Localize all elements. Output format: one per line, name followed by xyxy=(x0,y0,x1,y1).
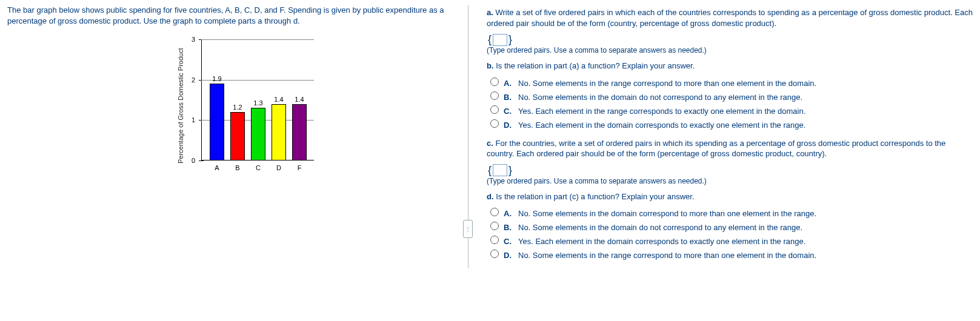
x-category-label: D xyxy=(276,164,281,171)
question-d-text: Is the relation in part (c) a function? … xyxy=(494,192,695,201)
option-b-D[interactable]: D.Yes. Each element in the domain corres… xyxy=(490,118,973,130)
option-d-B[interactable]: B.No. Some elements in the domain do not… xyxy=(490,220,973,232)
bar-value-label: 1.4 xyxy=(274,96,283,103)
answer-a-row: { } xyxy=(487,33,973,46)
x-category-label: C xyxy=(256,164,261,171)
answer-c-input[interactable] xyxy=(493,164,507,176)
x-category-label: A xyxy=(215,164,219,171)
option-text: No. Some elements in the domain correspo… xyxy=(518,209,816,218)
option-letter: D. xyxy=(504,121,515,130)
question-c-text: For the countries, write a set of ordere… xyxy=(487,139,945,159)
question-d-letter: d. xyxy=(487,192,494,201)
bar-D xyxy=(272,104,286,160)
ytick-label: 2 xyxy=(192,76,195,84)
radio-icon[interactable] xyxy=(490,91,499,100)
radio-icon[interactable] xyxy=(490,78,499,86)
ytick-label: 0 xyxy=(192,157,195,164)
x-category-label: F xyxy=(298,164,302,171)
option-b-A[interactable]: A.No. Some elements in the range corresp… xyxy=(490,76,973,88)
question-b-text: Is the relation in part (a) a function? … xyxy=(494,61,695,70)
answer-c-row: { } xyxy=(487,164,973,177)
ytick-label: 1 xyxy=(192,116,195,124)
option-text: Yes. Each element in the domain correspo… xyxy=(518,237,805,246)
bar-F xyxy=(292,104,307,160)
option-b-B[interactable]: B.No. Some elements in the domain do not… xyxy=(490,90,973,102)
option-letter: D. xyxy=(504,251,515,260)
intro-text: The bar graph below shows public spendin… xyxy=(7,5,456,26)
radio-icon[interactable] xyxy=(490,236,499,244)
option-d-D[interactable]: D.No. Some elements in the range corresp… xyxy=(490,248,973,260)
radio-icon[interactable] xyxy=(490,250,499,258)
answer-a-input[interactable] xyxy=(493,34,507,46)
option-text: No. Some elements in the domain do not c… xyxy=(518,93,802,102)
options-d: A.No. Some elements in the domain corres… xyxy=(490,207,973,260)
x-category-label: B xyxy=(235,164,239,171)
bar-B xyxy=(230,112,245,160)
radio-icon[interactable] xyxy=(490,105,499,114)
y-axis-label: Percentage of Gross Domestic Product xyxy=(177,39,184,173)
option-letter: A. xyxy=(504,79,515,88)
bar-value-label: 1.4 xyxy=(295,96,304,103)
bar-value-label: 1.2 xyxy=(233,104,242,111)
question-d: d. Is the relation in part (c) a functio… xyxy=(487,191,973,202)
question-a: a. Write a set of five ordered pairs in … xyxy=(487,7,973,28)
radio-icon[interactable] xyxy=(490,119,499,128)
bar-value-label: 1.3 xyxy=(253,99,262,107)
option-b-C[interactable]: C.Yes. Each element in the range corresp… xyxy=(490,104,973,116)
bar-chart: 01231.9A1.2B1.3C1.4D1.4F xyxy=(187,39,320,173)
option-d-C[interactable]: C.Yes. Each element in the domain corres… xyxy=(490,234,973,246)
option-text: Yes. Each element in the domain correspo… xyxy=(518,121,805,130)
option-text: No. Some elements in the range correspon… xyxy=(518,251,816,260)
question-c-letter: c. xyxy=(487,139,493,148)
radio-icon[interactable] xyxy=(490,208,499,216)
option-text: Yes. Each element in the range correspon… xyxy=(518,107,805,116)
hint-c: (Type ordered pairs. Use a comma to sepa… xyxy=(487,177,973,185)
option-letter: B. xyxy=(504,93,515,102)
question-b-letter: b. xyxy=(487,61,494,70)
brace-right-a: } xyxy=(508,33,512,46)
hint-a: (Type ordered pairs. Use a comma to sepa… xyxy=(487,46,973,55)
brace-left-a: { xyxy=(488,33,492,46)
ytick-label: 3 xyxy=(192,36,195,43)
options-b: A.No. Some elements in the range corresp… xyxy=(490,76,973,130)
bar-value-label: 1.9 xyxy=(212,75,221,82)
option-letter: B. xyxy=(504,223,515,232)
option-d-A[interactable]: A.No. Some elements in the domain corres… xyxy=(490,207,973,218)
question-a-letter: a. xyxy=(487,8,493,17)
left-pane: The bar graph below shows public spendin… xyxy=(7,5,468,268)
right-pane: ⋮ a. Write a set of five ordered pairs i… xyxy=(468,5,973,268)
option-text: No. Some elements in the domain do not c… xyxy=(518,223,802,232)
brace-left-c: { xyxy=(488,164,492,177)
option-text: No. Some elements in the range correspon… xyxy=(518,79,816,88)
radio-icon[interactable] xyxy=(490,222,499,230)
brace-right-c: } xyxy=(508,164,512,177)
option-letter: A. xyxy=(504,209,515,218)
question-b: b. Is the relation in part (a) a functio… xyxy=(487,61,973,71)
bar-A xyxy=(210,84,224,160)
bar-C xyxy=(251,108,265,160)
question-c: c. For the countries, write a set of ord… xyxy=(487,138,973,159)
option-letter: C. xyxy=(504,237,515,246)
option-letter: C. xyxy=(504,107,515,116)
pane-expander-icon[interactable]: ⋮ xyxy=(463,220,473,238)
chart-container: Percentage of Gross Domestic Product 012… xyxy=(177,39,456,173)
question-a-text: Write a set of five ordered pairs in whi… xyxy=(487,8,973,28)
